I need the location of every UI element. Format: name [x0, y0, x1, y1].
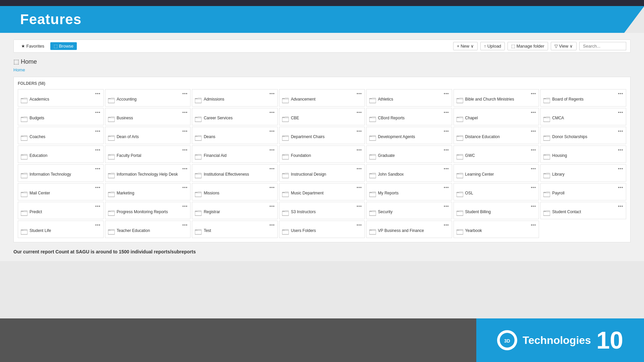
folder-dots-academics[interactable]: ••• [95, 92, 101, 96]
folder-item-coaches[interactable]: ••• Coaches [18, 127, 104, 144]
folder-item-gwc[interactable]: ••• GWC [453, 145, 539, 163]
folder-dots-athletics[interactable]: ••• [444, 92, 449, 96]
folder-item-library[interactable]: ••• Library [540, 164, 626, 182]
folder-dots-john-sandbox[interactable]: ••• [444, 167, 449, 171]
folder-item-my-reports[interactable]: ••• My Reports [366, 183, 452, 200]
folder-item-budgets[interactable]: ••• Budgets [18, 108, 104, 125]
search-input[interactable] [579, 42, 626, 50]
folder-item-music-dept[interactable]: ••• Music Department [279, 183, 365, 200]
folder-dots-dev-agents[interactable]: ••• [444, 129, 449, 134]
folder-item-donor-scholarships[interactable]: ••• Donor Scholarships [540, 127, 626, 144]
folder-dots-student-life[interactable]: ••• [95, 223, 101, 228]
folder-item-it-helpdesk[interactable]: ••• Information Technology Help Desk [105, 164, 191, 182]
folder-dots-admissions[interactable]: ••• [270, 92, 275, 96]
folder-item-users-folders[interactable]: ••• Users Folders [279, 221, 365, 238]
folder-item-payroll[interactable]: ••• Payroll [540, 183, 626, 200]
folder-item-academics[interactable]: ••• Academics [18, 89, 104, 107]
folder-dots-housing[interactable]: ••• [618, 148, 623, 153]
folder-item-distance-ed[interactable]: ••• Distance Education [453, 127, 539, 144]
folder-dots-cbe[interactable]: ••• [357, 110, 362, 115]
folder-item-missions[interactable]: ••• Missions [192, 183, 278, 200]
folder-item-security[interactable]: ••• Security [366, 202, 452, 219]
folder-item-chapel[interactable]: ••• Chapel [453, 108, 539, 125]
folder-dots-financial-aid[interactable]: ••• [270, 148, 275, 153]
folder-item-faculty-portal[interactable]: ••• Faculty Portal [105, 145, 191, 163]
browse-button[interactable]: ⬚ Browse [50, 42, 77, 50]
folder-dots-inst-effectiveness[interactable]: ••• [270, 167, 275, 171]
folder-dots-budgets[interactable]: ••• [95, 110, 101, 115]
folder-item-marketing[interactable]: ••• Marketing [105, 183, 191, 200]
folder-dots-inst-design[interactable]: ••• [357, 167, 362, 171]
folder-item-student-billing[interactable]: ••• Student Billing [453, 202, 539, 219]
folder-item-education[interactable]: ••• Education [18, 145, 104, 163]
folder-item-inst-design[interactable]: ••• Instructional Design [279, 164, 365, 182]
folder-dots-learning-center[interactable]: ••• [531, 167, 536, 171]
folder-item-foundation[interactable]: ••• Foundation [279, 145, 365, 163]
folder-dots-it-helpdesk[interactable]: ••• [182, 167, 188, 171]
folder-item-business[interactable]: ••• Business [105, 108, 191, 125]
folder-dots-gwc[interactable]: ••• [531, 148, 536, 153]
folder-dots-osl[interactable]: ••• [531, 185, 536, 190]
folder-item-graduate[interactable]: ••• Graduate [366, 145, 452, 163]
folder-dots-dept-chairs[interactable]: ••• [357, 129, 362, 134]
upload-button[interactable]: ↑ Upload [480, 42, 505, 50]
folder-dots-payroll[interactable]: ••• [618, 185, 623, 190]
folder-item-registrar[interactable]: ••• Registrar [192, 202, 278, 219]
folder-dots-student-billing[interactable]: ••• [531, 204, 536, 209]
folder-dots-registrar[interactable]: ••• [270, 204, 275, 209]
folder-item-s3-instructors[interactable]: ••• S3 Instructors [279, 202, 365, 219]
folder-item-advancement[interactable]: ••• Advancement [279, 89, 365, 107]
folder-item-teacher-education[interactable]: ••• Teacher Education [105, 221, 191, 238]
folder-item-inst-effectiveness[interactable]: ••• Institutional Effectiveness [192, 164, 278, 182]
folder-dots-graduate[interactable]: ••• [444, 148, 449, 153]
folder-dots-career-services[interactable]: ••• [270, 110, 275, 115]
folder-dots-deans[interactable]: ••• [270, 129, 275, 134]
breadcrumb-link[interactable]: Home [13, 67, 25, 72]
folder-dots-accounting[interactable]: ••• [182, 92, 188, 96]
folder-item-deans[interactable]: ••• Deans [192, 127, 278, 144]
folder-dots-student-contact[interactable]: ••• [618, 204, 623, 209]
folder-dots-test[interactable]: ••• [270, 223, 275, 228]
folder-item-mail-center[interactable]: ••• Mail Center [18, 183, 104, 200]
new-button[interactable]: + New ∨ [453, 42, 478, 50]
folder-item-dean-arts[interactable]: ••• Dean of Arts [105, 127, 191, 144]
folder-dots-advancement[interactable]: ••• [357, 92, 362, 96]
folder-item-predict[interactable]: ••• Predict [18, 202, 104, 219]
folder-dots-education[interactable]: ••• [95, 148, 101, 153]
folder-dots-vp-business[interactable]: ••• [444, 223, 449, 228]
folder-dots-chapel[interactable]: ••• [531, 110, 536, 115]
folder-dots-cbord-reports[interactable]: ••• [444, 110, 449, 115]
folder-dots-business[interactable]: ••• [182, 110, 188, 115]
folder-item-progress-monitoring[interactable]: ••• Progress Monitoring Reports [105, 202, 191, 219]
folder-dots-s3-instructors[interactable]: ••• [357, 204, 362, 209]
folder-item-cmca[interactable]: ••• CMCA [540, 108, 626, 125]
folder-dots-donor-scholarships[interactable]: ••• [618, 129, 623, 134]
folder-item-financial-aid[interactable]: ••• Financial Aid [192, 145, 278, 163]
folder-item-board-regents[interactable]: ••• Board of Regents [540, 89, 626, 107]
folder-dots-progress-monitoring[interactable]: ••• [182, 204, 188, 209]
folder-dots-cmca[interactable]: ••• [618, 110, 623, 115]
folder-item-dev-agents[interactable]: ••• Development Agents [366, 127, 452, 144]
manage-folder-button[interactable]: ⬚ Manage folder [507, 42, 548, 50]
folder-item-admissions[interactable]: ••• Admissions [192, 89, 278, 107]
folder-item-cbe[interactable]: ••• CBE [279, 108, 365, 125]
folder-dots-my-reports[interactable]: ••• [444, 185, 449, 190]
folder-dots-predict[interactable]: ••• [95, 204, 101, 209]
folder-dots-users-folders[interactable]: ••• [357, 223, 362, 228]
folder-item-vp-business[interactable]: ••• VP Business and Finance [366, 221, 452, 238]
folder-dots-info-tech[interactable]: ••• [95, 167, 101, 171]
folder-dots-security[interactable]: ••• [444, 204, 449, 209]
folder-dots-foundation[interactable]: ••• [357, 148, 362, 153]
folder-item-test[interactable]: ••• Test [192, 221, 278, 238]
folder-dots-faculty-portal[interactable]: ••• [182, 148, 188, 153]
folder-item-bible-church[interactable]: ••• Bible and Church Ministries [453, 89, 539, 107]
folder-dots-teacher-education[interactable]: ••• [182, 223, 188, 228]
folder-item-yearbook[interactable]: ••• Yearbook [453, 221, 539, 238]
folder-item-student-life[interactable]: ••• Student Life [18, 221, 104, 238]
folder-item-student-contact[interactable]: ••• Student Contact [540, 202, 626, 219]
folder-item-osl[interactable]: ••• OSL [453, 183, 539, 200]
folder-dots-yearbook[interactable]: ••• [531, 223, 536, 228]
favorites-button[interactable]: ★ Favorites [18, 42, 48, 50]
folder-item-athletics[interactable]: ••• Athletics [366, 89, 452, 107]
folder-item-housing[interactable]: ••• Housing [540, 145, 626, 163]
